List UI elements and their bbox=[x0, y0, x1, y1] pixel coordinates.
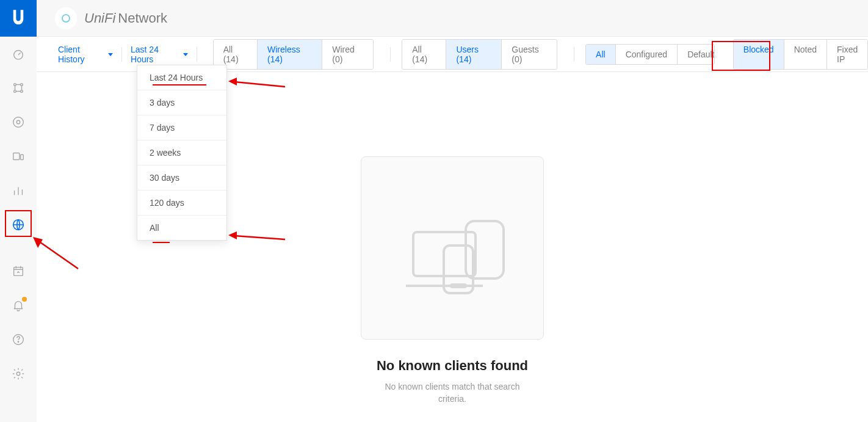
config-filter-group: All Configured Default bbox=[585, 44, 715, 65]
dd-item-3-days[interactable]: 3 days bbox=[137, 90, 226, 115]
dd-item-last-24-hours[interactable]: Last 24 Hours bbox=[137, 65, 226, 90]
nav-alerts[interactable] bbox=[0, 288, 37, 322]
svg-point-6 bbox=[16, 120, 20, 124]
svg-rect-17 bbox=[451, 285, 466, 287]
site-icon bbox=[62, 14, 70, 23]
dd-item-30-days[interactable]: 30 days bbox=[137, 166, 226, 191]
type-filter-group: All (14) Users (14) Guests (0) bbox=[402, 39, 557, 70]
nav-events[interactable] bbox=[0, 254, 37, 288]
ubiquiti-logo-icon bbox=[12, 10, 25, 27]
divider bbox=[574, 47, 574, 62]
radio-icon bbox=[12, 115, 25, 129]
status-filter-group: Blocked Noted Fixed IP bbox=[733, 39, 868, 70]
filter-config-configured[interactable]: Configured bbox=[615, 45, 678, 64]
nav-settings[interactable] bbox=[0, 357, 37, 391]
brand-name: UniFi bbox=[84, 10, 115, 26]
filter-status-fixedip[interactable]: Fixed IP bbox=[826, 40, 867, 69]
empty-title: No known clients found bbox=[361, 358, 544, 374]
svg-point-4 bbox=[21, 90, 23, 93]
svg-point-13 bbox=[16, 372, 20, 376]
dd-item-all[interactable]: All bbox=[137, 216, 226, 240]
site-selector[interactable] bbox=[55, 7, 77, 29]
help-icon bbox=[12, 333, 25, 346]
brand-logo[interactable] bbox=[0, 0, 37, 37]
svg-rect-15 bbox=[466, 221, 504, 278]
filter-config-default[interactable]: Default bbox=[677, 45, 715, 64]
header: UniFiNetwork bbox=[37, 0, 868, 37]
time-range-menu: Last 24 Hours 3 days 7 days 2 weeks 30 d… bbox=[137, 65, 227, 241]
filter-config-all[interactable]: All bbox=[586, 45, 615, 64]
nav-devices[interactable] bbox=[0, 139, 37, 173]
svg-point-5 bbox=[13, 117, 24, 128]
filter-type-all[interactable]: All (14) bbox=[402, 40, 446, 69]
filter-type-guests[interactable]: Guests (0) bbox=[501, 40, 557, 69]
time-range-label: Last 24 Hours bbox=[131, 45, 179, 64]
dd-item-7-days[interactable]: 7 days bbox=[137, 115, 226, 140]
svg-point-3 bbox=[14, 90, 16, 93]
svg-point-2 bbox=[21, 84, 23, 86]
chevron-down-icon bbox=[183, 53, 188, 56]
empty-illustration bbox=[361, 156, 544, 340]
nav-radio[interactable] bbox=[0, 105, 37, 139]
svg-rect-8 bbox=[21, 155, 24, 159]
nav-help[interactable] bbox=[0, 322, 37, 357]
nav-clients[interactable] bbox=[0, 208, 37, 242]
statistics-icon bbox=[12, 184, 25, 197]
app-name: Network bbox=[118, 10, 167, 26]
svg-point-12 bbox=[18, 341, 18, 342]
filter-connection-wired[interactable]: Wired (0) bbox=[322, 40, 373, 69]
app-title: UniFiNetwork bbox=[84, 10, 167, 26]
client-history-label: Client History bbox=[58, 45, 104, 64]
topology-icon bbox=[12, 81, 25, 95]
gear-icon bbox=[12, 367, 25, 380]
nav-topology[interactable] bbox=[0, 71, 37, 105]
notification-dot bbox=[22, 297, 27, 302]
devices-icon bbox=[12, 150, 25, 163]
empty-state: No known clients found No known clients … bbox=[361, 156, 544, 405]
divider bbox=[121, 47, 122, 62]
clients-icon bbox=[12, 218, 25, 231]
filter-type-users[interactable]: Users (14) bbox=[446, 40, 501, 69]
client-history-dropdown[interactable]: Client History bbox=[58, 45, 113, 64]
calendar-icon bbox=[12, 264, 25, 278]
svg-point-1 bbox=[14, 84, 16, 86]
devices-illustration-icon bbox=[391, 193, 513, 303]
sidebar bbox=[0, 0, 37, 422]
nav-statistics[interactable] bbox=[0, 173, 37, 208]
dd-item-120-days[interactable]: 120 days bbox=[137, 191, 226, 216]
empty-subtitle: No known clients match that search crite… bbox=[361, 381, 544, 405]
svg-rect-7 bbox=[13, 153, 20, 160]
divider bbox=[390, 47, 391, 62]
time-range-dropdown[interactable]: Last 24 Hours bbox=[131, 45, 188, 64]
nav-dashboard[interactable] bbox=[0, 37, 37, 71]
dd-item-2-weeks[interactable]: 2 weeks bbox=[137, 140, 226, 166]
filter-status-blocked[interactable]: Blocked bbox=[734, 40, 784, 69]
divider bbox=[197, 47, 197, 62]
connection-filter-group: All (14) Wireless (14) Wired (0) bbox=[213, 39, 374, 70]
dashboard-icon bbox=[12, 47, 25, 60]
filter-connection-wireless[interactable]: Wireless (14) bbox=[257, 40, 322, 69]
chevron-down-icon bbox=[108, 53, 113, 56]
filter-status-noted[interactable]: Noted bbox=[784, 40, 826, 69]
